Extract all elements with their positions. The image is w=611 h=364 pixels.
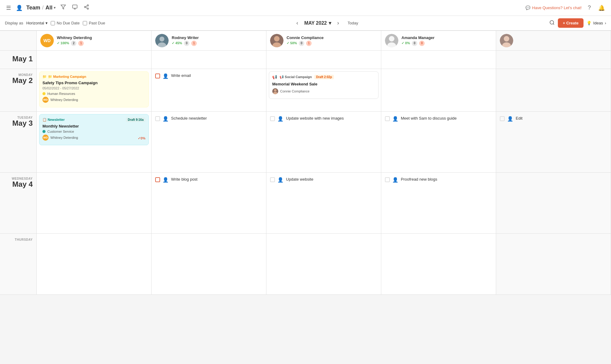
edit-checkbox[interactable]: [500, 116, 505, 121]
task-cell-may4-connie[interactable]: 👤 Update website: [266, 173, 381, 234]
task-cell-thu-amanda[interactable]: [381, 234, 496, 295]
task-cell-may1-connie[interactable]: [266, 51, 381, 69]
marketing-card-title: Safety Tips Promo Campaign: [42, 81, 145, 85]
task-cell-thu-connie[interactable]: [266, 234, 381, 295]
avatar-amanda: [385, 34, 398, 47]
done-badge-rodney: 0: [184, 41, 189, 46]
avatar-connie: [270, 34, 284, 47]
update-website-images-label: Update website with new images: [286, 116, 344, 121]
date-cell-may1: May 1: [0, 51, 37, 69]
newsletter-tag: 📋 Newsletter: [42, 118, 65, 122]
task-cell-may3-extra[interactable]: 👤 Edit: [496, 112, 611, 173]
notification-button[interactable]: 🔔: [597, 3, 606, 13]
newsletter-card[interactable]: 📋 Newsletter Draft 9:16a Monthly Newslet…: [39, 114, 149, 145]
task-cell-may4-whitney[interactable]: [37, 173, 152, 234]
proofread-checkbox[interactable]: [385, 177, 390, 182]
social-campaign-tag: 📢 Social Campaign: [280, 75, 312, 79]
schedule-newsletter-checkbox[interactable]: [155, 116, 160, 121]
update-website-checkbox[interactable]: [270, 177, 275, 182]
svg-point-9: [550, 20, 554, 24]
newsletter-assignee: WD Whitney Deterding: [42, 135, 78, 141]
task-update-website-images[interactable]: 👤 Update website with new images: [269, 114, 379, 124]
task-cell-may1-amanda[interactable]: [381, 51, 496, 69]
user-name-rodney: Rodney Writer: [172, 35, 199, 40]
task-schedule-newsletter[interactable]: 👤 Schedule newsletter: [154, 114, 264, 124]
social-campaign-tag-row: 📢 📢 Social Campaign Draft 2:02p: [272, 75, 375, 79]
task-cell-thu-extra[interactable]: [496, 234, 611, 295]
question-button[interactable]: ?: [587, 3, 592, 12]
overdue-badge-rodney: 1: [191, 41, 197, 46]
task-cell-may3-rodney[interactable]: 👤 Schedule newsletter: [152, 112, 266, 173]
help-chat-link[interactable]: 💬 Have Questions? Let's chat!: [525, 5, 582, 10]
marketing-campaign-card[interactable]: 📁 📁 Marketing Campaign Safety Tips Promo…: [39, 71, 149, 107]
marketing-card-footer: WD Whitney Deterding: [42, 97, 145, 104]
task-cell-may4-extra[interactable]: [496, 173, 611, 234]
task-update-website[interactable]: 👤 Update website: [269, 175, 379, 185]
ideas-button[interactable]: 💡 Ideas ›: [587, 21, 606, 25]
done-badge-connie: 0: [299, 41, 304, 46]
task-meet-sam[interactable]: 👤 Meet with Sam to discuss guide: [384, 114, 493, 124]
overdue-badge-amanda: 0: [419, 41, 425, 46]
create-button[interactable]: + Create: [558, 18, 584, 28]
task-cell-thu-whitney[interactable]: [37, 234, 152, 295]
monitor-button[interactable]: [71, 3, 79, 13]
meet-sam-checkbox[interactable]: [385, 116, 390, 121]
search-button[interactable]: [549, 20, 555, 27]
task-cell-may2-whitney[interactable]: 📁 📁 Marketing Campaign Safety Tips Promo…: [37, 69, 152, 112]
task-cell-may3-whitney[interactable]: 📋 Newsletter Draft 9:16a Monthly Newslet…: [37, 112, 152, 173]
task-cell-may1-rodney[interactable]: [152, 51, 266, 69]
teal-dot-icon: [42, 130, 46, 133]
task-cell-may3-connie[interactable]: 👤 Update website with new images: [266, 112, 381, 173]
calendar-grid: WD Whitney Deterding ✓ 100% 2 1 Ro: [0, 31, 611, 295]
month-title[interactable]: MAY 2022 ▾: [304, 20, 331, 26]
person-icon-amanda-proof: 👤: [392, 177, 398, 183]
view-chevron-icon: ▾: [54, 6, 56, 10]
all-selector[interactable]: All ▾: [46, 5, 56, 11]
social-campaign-card[interactable]: 📢 📢 Social Campaign Draft 2:02p Memorial…: [269, 71, 379, 99]
task-cell-may1-whitney[interactable]: [37, 51, 152, 69]
newsletter-draft-badge: Draft 9:16a: [126, 117, 145, 122]
task-cell-may1-extra[interactable]: [496, 51, 611, 69]
marketing-tag: 📁 📁 Marketing Campaign: [42, 75, 86, 79]
team-label[interactable]: Team: [26, 5, 40, 11]
display-mode-selector[interactable]: Horizontal ▾: [26, 21, 48, 25]
task-cell-thu-rodney[interactable]: [152, 234, 266, 295]
prev-month-button[interactable]: ‹: [294, 19, 301, 27]
task-cell-may2-rodney[interactable]: 👤 Write email: [152, 69, 266, 112]
today-button[interactable]: Today: [345, 20, 361, 27]
chat-icon: 💬: [525, 5, 530, 10]
person-icon-amanda: 👤: [392, 116, 398, 122]
task-cell-may2-extra[interactable]: [496, 69, 611, 112]
no-due-date-checkbox[interactable]: [51, 21, 55, 25]
write-email-checkbox[interactable]: [155, 74, 160, 78]
task-proofread[interactable]: 👤 Proofread new blogs: [384, 175, 493, 185]
update-website-images-checkbox[interactable]: [270, 116, 275, 121]
filter-button[interactable]: [59, 3, 67, 13]
task-write-email[interactable]: 👤 Write email: [154, 71, 264, 81]
task-edit[interactable]: 👤 Edit: [499, 114, 608, 124]
svg-line-8: [86, 6, 87, 7]
task-cell-may2-amanda[interactable]: [381, 69, 496, 112]
svg-point-6: [87, 8, 89, 9]
user-header-rodney: Rodney Writer ✓ 45% 0 1: [152, 31, 266, 51]
next-month-button[interactable]: ›: [335, 19, 342, 27]
task-cell-may3-amanda[interactable]: 👤 Meet with Sam to discuss guide: [381, 112, 496, 173]
user-name-connie: Connie Compliance: [287, 35, 324, 40]
toolbar-left: Display as Horizontal ▾ No Due Date Past…: [5, 21, 105, 25]
task-cell-may4-rodney[interactable]: 👤 Write blog post: [152, 173, 266, 234]
hamburger-menu[interactable]: ☰: [5, 3, 12, 13]
share-button[interactable]: [82, 3, 90, 13]
task-cell-may4-amanda[interactable]: 👤 Proofread new blogs: [381, 173, 496, 234]
write-blog-checkbox[interactable]: [155, 177, 160, 182]
task-cell-may2-connie[interactable]: 📢 📢 Social Campaign Draft 2:02p Memorial…: [266, 69, 381, 112]
newsletter-card-title: Monthly Newsletter: [42, 124, 145, 128]
date-cell-thursday: THURSDAY: [0, 234, 37, 295]
past-due-checkbox[interactable]: [83, 21, 87, 25]
svg-rect-1: [72, 5, 77, 8]
past-due-toggle[interactable]: Past Due: [83, 21, 105, 25]
task-write-blog[interactable]: 👤 Write blog post: [154, 175, 264, 185]
no-due-date-toggle[interactable]: No Due Date: [51, 21, 80, 25]
svg-point-18: [389, 36, 394, 41]
user-header-extra: [496, 31, 611, 51]
yellow-dot-icon: [42, 92, 46, 95]
